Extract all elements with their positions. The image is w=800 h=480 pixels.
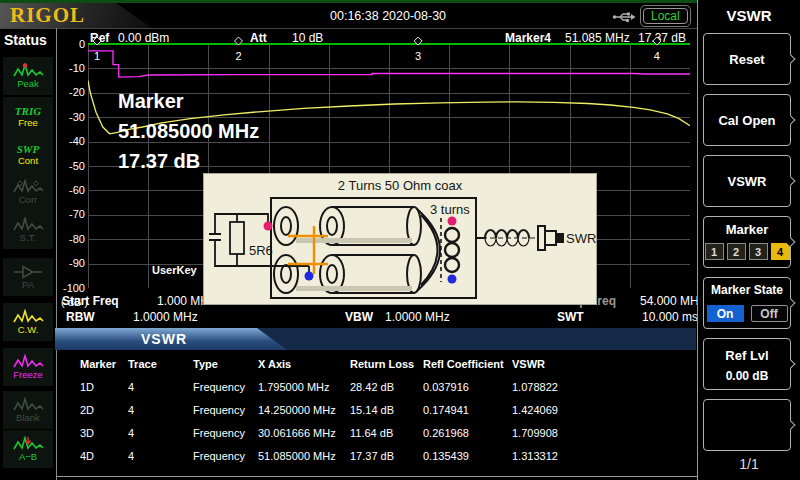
table-cell: 1.424069 <box>512 404 695 416</box>
status-item-swp: SWPCont <box>3 135 53 173</box>
table-cell: Frequency <box>193 381 258 393</box>
vswr-table-bar: VSWR <box>55 328 696 350</box>
marker-select-button[interactable]: Marker 1234 <box>703 216 791 268</box>
ref-lvl-button[interactable]: Ref Lvl 0.00 dB <box>703 338 791 390</box>
vswr-table-title: VSWR <box>141 328 187 350</box>
swp-icon: SWP <box>17 143 40 155</box>
table-cell: 4 <box>128 404 193 416</box>
table-row: 4D4Frequency51.085000 MHz17.37 dB0.13543… <box>60 444 695 467</box>
y-tick-label: -40 <box>54 135 85 147</box>
table-cell: 1D <box>80 381 128 393</box>
table-cell: 15.14 dB <box>350 404 423 416</box>
pink-terminal-dot <box>264 222 273 231</box>
local-status-badge: Local <box>643 8 688 24</box>
table-cell: 1.795000 MHz <box>258 381 350 393</box>
usb-icon <box>612 10 636 24</box>
table-cell: 4 <box>128 427 193 439</box>
empty-button[interactable] <box>703 399 791 451</box>
table-cell: Frequency <box>193 427 258 439</box>
local-status-frame: Local <box>640 5 691 27</box>
menu-title: VSWR <box>698 7 800 24</box>
table-cell: 0.135439 <box>423 450 512 462</box>
inset-title: 2 Turns 50 Ohm coax <box>338 178 463 193</box>
marker-number-label: 1 <box>94 50 100 62</box>
status-item-label: C.W. <box>18 325 39 335</box>
table-row: 1D4Frequency1.795000 MHz28.42 dB0.037916… <box>60 375 695 398</box>
inset-swr-label: SWR <box>566 231 596 246</box>
blank-icon <box>12 397 45 412</box>
table-cell: 28.42 dB <box>350 381 423 393</box>
table-header-cell: Marker <box>80 358 128 370</box>
status-item-st: S.T. <box>3 211 53 249</box>
y-tick-label: -100 <box>54 282 85 294</box>
marker-readout-title: Marker <box>118 86 259 116</box>
table-cell: 2D <box>80 404 128 416</box>
y-tick-label: -10 <box>54 62 85 74</box>
status-item-cw: C.W. <box>3 303 53 341</box>
vbw-value: 1.0000 MHz <box>385 310 450 324</box>
y-tick-label: -70 <box>54 208 85 220</box>
marker-state-off[interactable]: Off <box>751 305 788 322</box>
softkey-menu: VSWR Reset Cal Open VSWR Marker 1234 Mar… <box>697 0 800 480</box>
trig-icon: TRIG <box>15 105 41 117</box>
status-item-label: Blank <box>16 413 40 423</box>
schematic-inset: 2 Turns 50 Ohm coax 3 turns 5R6 SWR <box>203 173 597 305</box>
analyzer-screen: RIGOL 00:16:38 2020-08-30 Local Status P… <box>0 0 800 480</box>
menu-page-indicator: 1/1 <box>698 456 800 472</box>
table-row: 2D4Frequency14.250000 MHz15.14 dB0.17494… <box>60 398 695 421</box>
cal-open-button[interactable]: Cal Open <box>703 94 791 146</box>
table-cell: Frequency <box>193 404 258 416</box>
reset-button[interactable]: Reset <box>703 33 791 85</box>
table-cell: 17.37 dB <box>350 450 423 462</box>
table-cell: 4 <box>128 450 193 462</box>
peak-icon <box>12 63 45 78</box>
y-tick-label: -30 <box>54 111 85 123</box>
status-item-label: Corr <box>19 195 37 205</box>
table-cell: 1.709908 <box>512 427 695 439</box>
marker-state-button[interactable]: Marker State On Off <box>703 277 791 329</box>
table-header-row: MarkerTraceTypeX AxisReturn LossRefl Coe… <box>60 352 695 375</box>
table-cell: 0.174941 <box>423 404 512 416</box>
table-cell: 4D <box>80 450 128 462</box>
table-cell: 30.061666 MHz <box>258 427 350 439</box>
schematic-drawing: 2 Turns 50 Ohm coax 3 turns 5R6 SWR <box>204 174 596 304</box>
table-cell: 3D <box>80 427 128 439</box>
marker-number-label: 2 <box>235 50 241 62</box>
ab-icon <box>12 436 45 451</box>
table-bottom-border <box>57 476 697 477</box>
status-item-freeze: Freeze <box>3 348 53 386</box>
status-item-pa: PA <box>3 258 53 296</box>
table-cell: 0.261968 <box>423 427 512 439</box>
marker-option-3[interactable]: 3 <box>749 243 768 260</box>
table-header-cell: Return Loss <box>350 358 423 370</box>
y-tick-label: 0 <box>54 38 85 50</box>
marker-readout-freq: 51.085000 MHz <box>118 116 259 146</box>
vswr-table: MarkerTraceTypeX AxisReturn LossRefl Coe… <box>60 352 695 467</box>
vswr-button[interactable]: VSWR <box>703 155 791 207</box>
marker-option-1[interactable]: 1 <box>705 243 724 260</box>
pink-terminal-dot <box>448 217 457 226</box>
top-edge-line <box>0 0 800 3</box>
status-item-label: Peak <box>17 79 39 89</box>
corr-icon <box>12 179 45 194</box>
y-tick-label: -50 <box>54 160 85 172</box>
table-header-cell: Type <box>193 358 258 370</box>
table-cell: 1.078822 <box>512 381 695 393</box>
table-header-cell: VSWR <box>512 358 695 370</box>
table-header-cell: X Axis <box>258 358 350 370</box>
status-item-label: PA <box>22 280 34 290</box>
userkey-label: UserKey <box>152 264 197 276</box>
inset-turns-label: 3 turns <box>430 202 470 217</box>
marker-state-on[interactable]: On <box>707 305 744 322</box>
topbar-divider <box>0 28 697 29</box>
status-item-corr: Corr <box>3 173 53 211</box>
table-header-cell: Refl Coefficient <box>423 358 512 370</box>
marker-readout: Marker 51.085000 MHz 17.37 dB <box>118 86 259 176</box>
marker-option-2[interactable]: 2 <box>727 243 746 260</box>
marker-option-4[interactable]: 4 <box>771 243 790 260</box>
table-cell: 4 <box>128 381 193 393</box>
marker-readout-level: 17.37 dB <box>118 146 259 176</box>
status-item-trig: TRIGFree <box>3 97 53 135</box>
clock: 00:16:38 2020-08-30 <box>330 9 446 23</box>
status-item-label: A−B <box>19 452 37 462</box>
